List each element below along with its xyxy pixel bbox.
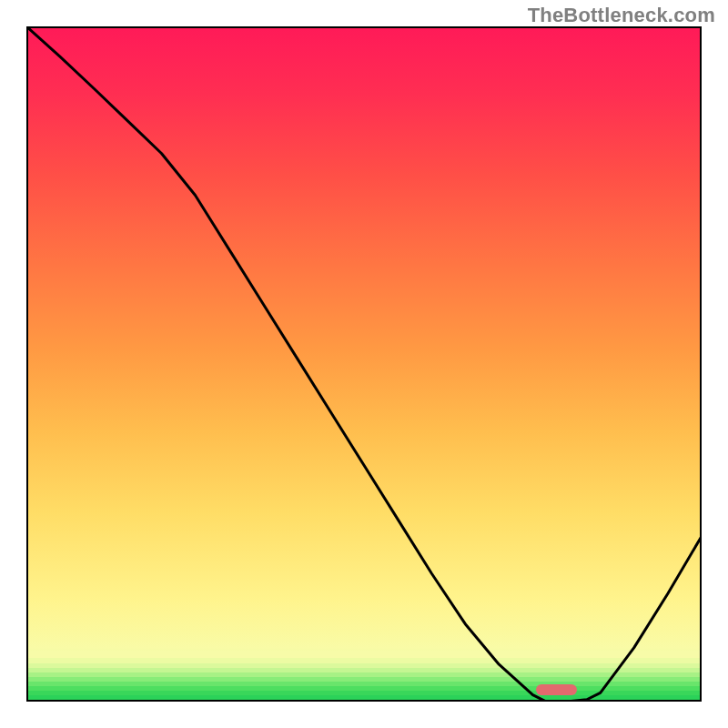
svg-rect-2 bbox=[26, 686, 702, 691]
watermark-text: TheBottleneck.com bbox=[528, 4, 715, 27]
plot-area bbox=[26, 26, 702, 702]
svg-rect-8 bbox=[26, 658, 702, 663]
svg-rect-6 bbox=[26, 668, 702, 672]
svg-rect-7 bbox=[26, 663, 702, 668]
svg-rect-5 bbox=[26, 672, 702, 677]
svg-rect-9 bbox=[26, 651, 702, 658]
svg-rect-4 bbox=[26, 677, 702, 682]
gradient-line-chart bbox=[26, 26, 702, 702]
svg-rect-3 bbox=[26, 682, 702, 686]
chart-container: TheBottleneck.com bbox=[0, 0, 728, 728]
heat-gradient-fill bbox=[26, 26, 702, 702]
